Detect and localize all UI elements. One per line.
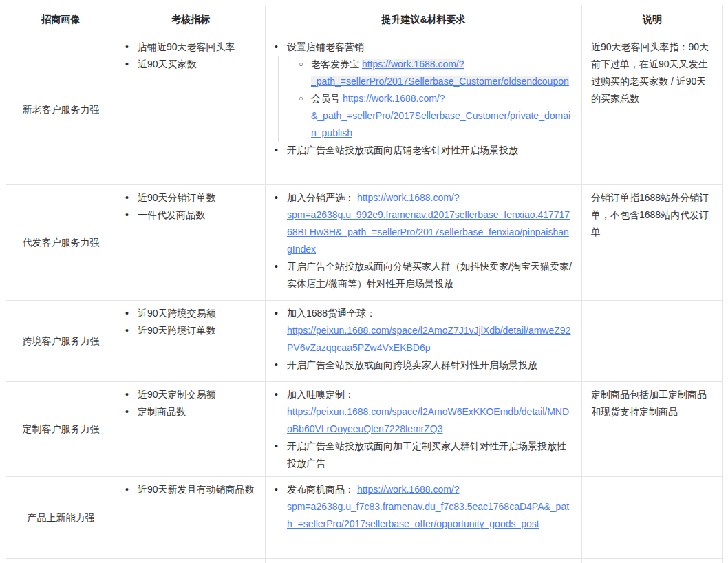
bullet-marker: •: [275, 438, 287, 455]
profile-cell: 跨境客户服务力强: [6, 301, 116, 382]
profile-cell: 新老客户服务力强: [6, 34, 116, 185]
bullet-item: •近90天定制交易额: [125, 386, 256, 403]
note-cell: 近90天老客回头率指：90天前下过单，在近90天又发生过购买的老买家数 / 近9…: [582, 34, 723, 185]
table-row: 代发客户服务力强•近90天分销订单数•一件代发商品数•加入分销严选： https…: [6, 185, 723, 301]
table-row-partial: [6, 559, 723, 563]
bullet-text: 会员号 https://work.1688.com/?&_path_=selle…: [311, 90, 572, 142]
bullet-marker: •: [275, 357, 287, 374]
profile-cell: [6, 559, 116, 563]
suggestion-link[interactable]: https://peixun.1688.com/space/l2AmoZ7J1v…: [287, 325, 570, 353]
suggestions-cell: •加入1688货通全球：https://peixun.1688.com/spac…: [266, 301, 582, 382]
bullet-item: •发布商机商品： https://work.1688.com/?spm=a263…: [275, 481, 572, 533]
note-cell: [582, 301, 723, 382]
bullet-marker: ○: [299, 90, 311, 107]
bullet-marker: •: [275, 386, 287, 403]
bullet-text: 发布商机商品： https://work.1688.com/?spm=a2638…: [287, 481, 572, 533]
bullet-text: 开启广告全站投放或面向分销买家人群（如抖快卖家/淘宝天猫卖家/实体店主/微商等）…: [287, 258, 572, 293]
profile-cell: 定制客户服务力强: [6, 382, 116, 477]
bullet-marker: •: [275, 258, 287, 275]
bullet-item: •开启广告全站投放或面向跨境卖家人群针对性开启场景投放: [275, 357, 572, 374]
document-page: 招商画像 考核指标 提升建议&材料要求 说明 新老客户服务力强•店铺近90天老客…: [0, 0, 728, 563]
bullet-text: 老客发券宝 https://work.1688.com/?_path_=sell…: [311, 56, 572, 90]
indicators-cell: •近90天定制交易额•定制商品数: [116, 382, 266, 477]
bullet-marker: •: [125, 305, 138, 322]
bullet-item: •店铺近90天老客回头率: [125, 39, 256, 56]
header-profile: 招商画像: [6, 6, 116, 34]
bullet-item: •加入哇噢定制：https://peixun.1688.com/space/l2…: [275, 386, 572, 438]
bullet-marker: •: [125, 403, 138, 421]
bullet-item: •设置店铺老客营销: [275, 39, 572, 56]
bullet-text: 定制商品数: [138, 403, 256, 421]
merchant-profile-table: 招商画像 考核指标 提升建议&材料要求 说明 新老客户服务力强•店铺近90天老客…: [6, 6, 723, 563]
bullet-text: 开启广告全站投放或面向店铺老客针对性开启场景投放: [287, 142, 572, 159]
bullet-marker: •: [275, 189, 287, 206]
suggestion-link[interactable]: https://work.1688.com/?spm=a2638g.u_992e…: [287, 192, 570, 255]
bullet-text: 一件代发商品数: [138, 206, 256, 224]
bullet-item: •定制商品数: [125, 403, 256, 421]
bullet-marker: •: [125, 56, 138, 73]
indicators-cell: •近90天跨境交易额•近90天跨境订单数: [116, 301, 266, 382]
bullet-item: •一件代发商品数: [125, 206, 256, 224]
bullet-text: 设置店铺老客营销: [287, 39, 572, 56]
suggestions-cell: •发布商机商品： https://work.1688.com/?spm=a263…: [266, 477, 582, 559]
bullet-marker: •: [125, 206, 138, 224]
bullet-item: •开启广告全站投放或面向分销买家人群（如抖快卖家/淘宝天猫卖家/实体店主/微商等…: [275, 258, 572, 293]
bullet-text: 开启广告全站投放或面向跨境卖家人群针对性开启场景投放: [287, 357, 572, 374]
bullet-text: 近90天新发且有动销商品数: [138, 481, 256, 498]
bullet-marker: •: [275, 481, 287, 498]
table-row: 定制客户服务力强•近90天定制交易额•定制商品数•加入哇噢定制：https://…: [6, 382, 723, 477]
header-suggestions: 提升建议&材料要求: [266, 6, 582, 34]
bullet-text: 加入1688货通全球：https://peixun.1688.com/space…: [287, 305, 572, 357]
indicators-cell: •近90天分销订单数•一件代发商品数: [116, 185, 266, 301]
bullet-marker: •: [275, 39, 287, 56]
bullet-item: •加入分销严选： https://work.1688.com/?spm=a263…: [275, 189, 572, 258]
bullet-item: •加入1688货通全球：https://peixun.1688.com/spac…: [275, 305, 572, 357]
indicators-cell: •店铺近90天老客回头率•近90天买家数: [116, 34, 266, 185]
header-row: 招商画像 考核指标 提升建议&材料要求 说明: [6, 6, 723, 34]
bullet-text: 加入分销严选： https://work.1688.com/?spm=a2638…: [287, 189, 572, 258]
bullet-text: 近90天定制交易额: [138, 386, 256, 403]
suggestion-link[interactable]: https://peixun.1688.com/space/l2AmoW6ExK…: [287, 406, 569, 434]
suggestion-link[interactable]: https://work.1688.com/?_path_=sellerPro/…: [311, 59, 569, 87]
suggestions-cell: •加入分销严选： https://work.1688.com/?spm=a263…: [266, 185, 582, 301]
suggestion-link[interactable]: https://work.1688.com/?spm=a2638g.u_f7c8…: [287, 484, 569, 529]
table-row: 产品上新能力强•近90天新发且有动销商品数•发布商机商品： https://wo…: [6, 477, 723, 559]
bullet-text: 近90天跨境订单数: [138, 322, 256, 339]
bullet-item: ○老客发券宝 https://work.1688.com/?_path_=sel…: [299, 56, 572, 90]
indicators-cell: •近90天新发且有动销商品数: [116, 477, 266, 559]
bullet-marker: •: [275, 142, 287, 159]
bullet-item: •近90天分销订单数: [125, 189, 256, 206]
profile-cell: 代发客户服务力强: [6, 185, 116, 301]
note-cell: 定制商品包括加工定制商品和现货支持定制商品: [582, 382, 723, 477]
bullet-marker: •: [125, 39, 138, 56]
bullet-marker: •: [125, 322, 138, 339]
bullet-marker: •: [125, 189, 138, 206]
bullet-marker: •: [125, 481, 138, 498]
bullet-marker: ○: [299, 56, 311, 73]
bullet-text: 加入哇噢定制：https://peixun.1688.com/space/l2A…: [287, 386, 572, 438]
bullet-item: •近90天跨境交易额: [125, 305, 256, 322]
bullet-text: 近90天跨境交易额: [138, 305, 256, 322]
bullet-item: •近90天买家数: [125, 56, 256, 73]
bullet-text: 近90天分销订单数: [138, 189, 256, 206]
sub-list: ○老客发券宝 https://work.1688.com/?_path_=sel…: [278, 56, 572, 142]
profile-cell: 产品上新能力强: [6, 477, 116, 559]
indicators-cell: [116, 559, 266, 563]
suggestions-cell: [266, 559, 582, 563]
bullet-item: •开启广告全站投放或面向店铺老客针对性开启场景投放: [275, 142, 572, 159]
bullet-item: •近90天跨境订单数: [125, 322, 256, 339]
suggestions-cell: •加入哇噢定制：https://peixun.1688.com/space/l2…: [266, 382, 582, 477]
bullet-item: •开启广告全站投放或面向加工定制买家人群针对性开启场景投放性投放广告: [275, 438, 572, 472]
suggestion-link[interactable]: https://work.1688.com/?&_path_=sellerPro…: [311, 93, 570, 138]
note-cell: [582, 477, 723, 559]
table-row: 跨境客户服务力强•近90天跨境交易额•近90天跨境订单数•加入1688货通全球：…: [6, 301, 723, 382]
header-note: 说明: [582, 6, 723, 34]
note-cell: 分销订单指1688站外分销订单，不包含1688站内代发订单: [582, 185, 723, 301]
bullet-text: 近90天买家数: [138, 56, 256, 73]
bullet-text: 店铺近90天老客回头率: [138, 39, 256, 56]
bullet-marker: •: [275, 305, 287, 322]
suggestions-cell: •设置店铺老客营销○老客发券宝 https://work.1688.com/?_…: [266, 34, 582, 185]
note-cell: [582, 559, 723, 563]
header-indicators: 考核指标: [116, 6, 266, 34]
bullet-item: ○会员号 https://work.1688.com/?&_path_=sell…: [299, 90, 572, 142]
